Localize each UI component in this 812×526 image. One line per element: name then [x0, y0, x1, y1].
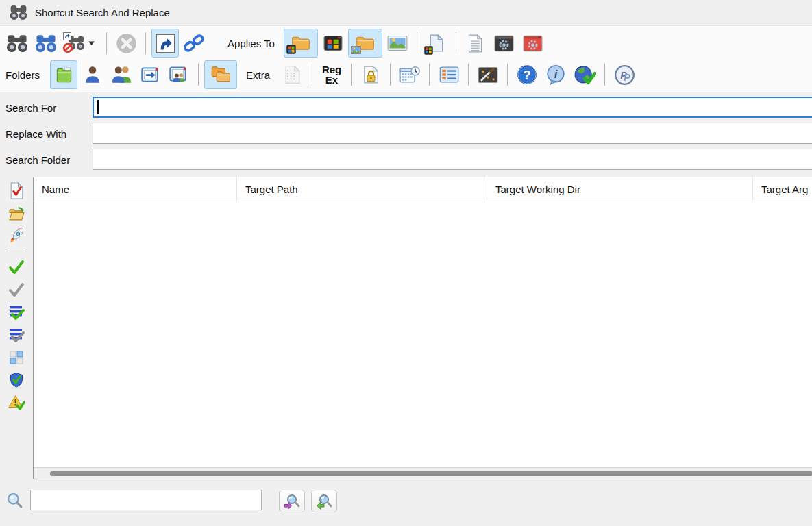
- info-icon: i: [545, 64, 567, 85]
- window-title: Shortcut Search And Replace: [35, 7, 170, 18]
- verify-warnings-button[interactable]: [5, 391, 28, 414]
- applies-to-documents-toggle[interactable]: [462, 29, 489, 58]
- results-table: Name Target Path Target Working Dir Targ…: [33, 177, 812, 479]
- find-next-button[interactable]: [279, 490, 305, 512]
- search-exclusions-button[interactable]: [61, 29, 101, 58]
- separator: [390, 64, 391, 86]
- applies-to-program-files-toggle[interactable]: [423, 29, 450, 58]
- regex-toggle[interactable]: RegEx: [318, 60, 345, 89]
- folders-all-users-toggle[interactable]: [108, 60, 135, 89]
- column-header-target-arguments[interactable]: Target Arg: [753, 177, 812, 201]
- folders-custom-toggle[interactable]: [50, 60, 77, 89]
- find-in-results-input[interactable]: [30, 490, 262, 510]
- uncheck-all-button[interactable]: [5, 323, 28, 346]
- document-check-icon: [10, 182, 24, 199]
- separator: [468, 64, 469, 86]
- scrollbar-thumb[interactable]: [50, 471, 812, 476]
- toolbar-area: Applies To: [0, 26, 812, 92]
- separator: [604, 64, 605, 86]
- console-settings-button[interactable]: [491, 29, 518, 58]
- desktop-users-icon: [169, 66, 189, 84]
- check-gray-icon: [8, 282, 25, 297]
- results-table-header: Name Target Path Target Working Dir Targ…: [34, 177, 812, 201]
- open-folder-icon: [8, 205, 25, 221]
- svg-text:i: i: [554, 68, 558, 81]
- shield-check-icon: [9, 372, 24, 388]
- search-and-replace-button[interactable]: [32, 29, 60, 58]
- replace-with-label: Replace With: [5, 128, 66, 140]
- applies-to-shortcuts-toggle[interactable]: [151, 29, 179, 58]
- main-area: Name Target Path Target Working Dir Targ…: [0, 173, 812, 483]
- uncheck-item-button[interactable]: [5, 278, 28, 301]
- green-folder-icon: [55, 66, 73, 84]
- help-button[interactable]: ?: [513, 60, 541, 89]
- separator: [429, 64, 430, 86]
- applies-to-image-folders-toggle[interactable]: [348, 29, 382, 58]
- separator: [145, 32, 146, 54]
- search-folder-input[interactable]: [93, 149, 812, 170]
- folders-current-user-toggle[interactable]: [79, 60, 106, 89]
- verify-valid-button[interactable]: [5, 368, 28, 391]
- replace-with-field: [93, 123, 812, 144]
- folders-subfolders-toggle[interactable]: [204, 60, 237, 89]
- paypal-icon: P P: [614, 64, 635, 86]
- check-green-icon: [8, 260, 25, 275]
- launch-shortcut-button[interactable]: [5, 225, 28, 247]
- regex-label: RegEx: [322, 64, 341, 86]
- results-table-body[interactable]: [34, 201, 812, 467]
- document-icon: [467, 34, 483, 53]
- column-header-target-path[interactable]: Target Path: [237, 177, 487, 201]
- about-button[interactable]: i: [542, 60, 569, 89]
- report-list-icon: [439, 66, 459, 83]
- check-updates-button[interactable]: [571, 60, 599, 89]
- search-for-input[interactable]: [93, 97, 812, 118]
- title-bar: Shortcut Search And Replace: [0, 0, 812, 26]
- column-header-name[interactable]: Name: [34, 177, 237, 201]
- date-filter-button[interactable]: [396, 60, 423, 89]
- text-caret: [97, 100, 99, 114]
- search-prev-icon: [315, 493, 333, 510]
- find-previous-button[interactable]: [311, 490, 337, 512]
- binoculars-blue-icon: [35, 34, 57, 53]
- separator: [507, 64, 508, 86]
- desktop-arrow-icon: [140, 66, 160, 84]
- open-location-button[interactable]: [5, 202, 28, 225]
- check-item-button[interactable]: [5, 255, 28, 278]
- search-button[interactable]: [3, 29, 31, 58]
- check-all-button[interactable]: [5, 301, 28, 323]
- applies-to-windows-toggle[interactable]: [319, 29, 347, 58]
- separator: [312, 64, 312, 86]
- horizontal-scrollbar[interactable]: [34, 467, 812, 479]
- magnifier-icon: [6, 492, 23, 509]
- warning-check-icon: [8, 394, 25, 410]
- window-gear-dark-icon: [494, 35, 514, 52]
- windows-flag-overlay-icon: [286, 45, 296, 54]
- globe-check-icon: [574, 65, 596, 85]
- replace-with-input[interactable]: [93, 123, 812, 144]
- separator: [198, 64, 199, 86]
- console-settings-alt-button[interactable]: [519, 29, 547, 58]
- donate-button[interactable]: P P: [611, 60, 638, 89]
- dropdown-arrow-icon[interactable]: [88, 40, 95, 46]
- separator: [351, 64, 352, 86]
- wizard-button[interactable]: [474, 60, 502, 89]
- rocket-icon: [8, 228, 25, 245]
- validate-results-button[interactable]: [5, 179, 28, 202]
- folders-all-desktops-toggle[interactable]: [165, 60, 193, 89]
- cancel-button[interactable]: [112, 29, 140, 58]
- locked-files-button[interactable]: [357, 60, 384, 89]
- report-button[interactable]: [435, 60, 463, 89]
- applies-to-images-toggle[interactable]: [384, 29, 411, 58]
- extra-option-button[interactable]: [279, 60, 306, 89]
- column-header-target-working-dir[interactable]: Target Working Dir: [487, 177, 753, 201]
- svg-text:?: ?: [524, 68, 531, 82]
- search-for-field: [93, 97, 812, 118]
- folders-desktop-toggle[interactable]: [136, 60, 164, 89]
- help-icon: ?: [517, 64, 537, 85]
- invert-selection-button[interactable]: [5, 346, 28, 368]
- applies-to-shortcut-folders-toggle[interactable]: [284, 29, 318, 58]
- magic-wand-icon: [478, 66, 498, 84]
- applies-to-links-toggle[interactable]: [180, 29, 208, 58]
- separator: [106, 32, 107, 54]
- file-windows-icon: [429, 34, 444, 52]
